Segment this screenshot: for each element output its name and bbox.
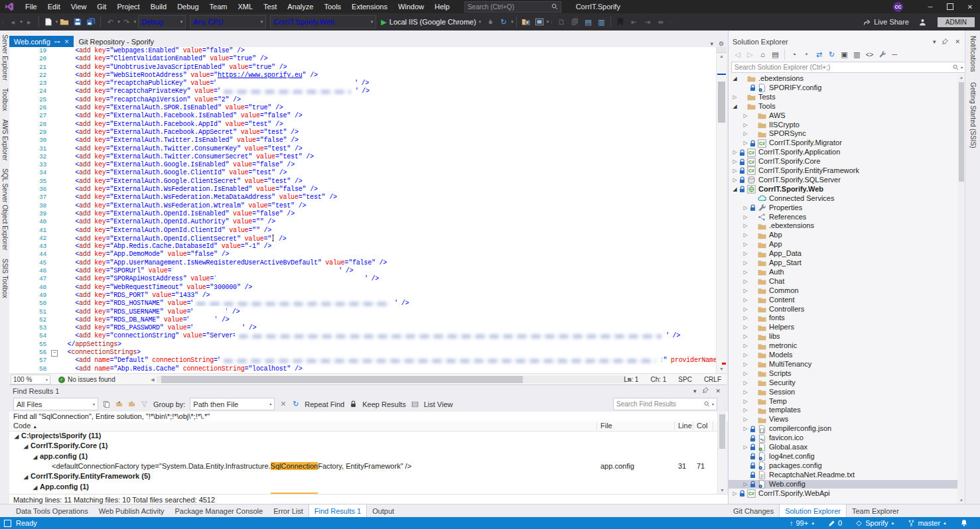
repeat-find-label[interactable]: Repeat Find (305, 400, 344, 408)
expand-expander-icon[interactable]: ▷ (742, 129, 749, 139)
find-result-group[interactable]: ◢app.config (1) (9, 451, 727, 461)
tree-item-corrit-sporify-webapi[interactable]: ▷C#CorrIT.Sporify.WebApi (729, 489, 961, 499)
paste-icon[interactable]: 🗐 (569, 16, 581, 28)
side-tab-notifications[interactable]: Notifications (967, 30, 979, 77)
solution-explorer-title-bar[interactable]: Solution Explorer ▾ ✕ (729, 36, 966, 47)
solution-explorer-search-box[interactable]: Search Solution Explorer (Ctrl+;) ▾ (731, 62, 966, 73)
menu-project[interactable]: Project (111, 0, 145, 13)
tree-item-libs[interactable]: ▷libs (729, 332, 961, 341)
tree-item-recaptchanet-readme-txt[interactable]: RecaptchaNet.Readme.txt (729, 471, 961, 480)
switch-views-icon[interactable]: ▤ (770, 49, 781, 60)
menu-extensions[interactable]: Extensions (346, 0, 393, 13)
browser-link-icon[interactable] (533, 16, 545, 28)
close-icon[interactable]: ✕ (955, 38, 960, 45)
collapse-all-icon[interactable]: ▣ (839, 49, 850, 60)
tree-item-models[interactable]: ▷Models (729, 351, 961, 360)
menu-window[interactable]: Window (393, 0, 429, 13)
results-scrollbar[interactable]: ▼ (717, 412, 727, 494)
expand-expander-icon[interactable]: ▷ (742, 121, 749, 130)
git-outgoing-commits[interactable]: ↑ 99+ ▲ (783, 517, 821, 529)
tree-item-templates[interactable]: ▷templates (729, 406, 961, 415)
find-results-list[interactable]: ◢C:\projects\Sporify (11)◢CorrIT.Sporify… (9, 431, 727, 494)
expand-expander-icon[interactable]: ▷ (742, 388, 749, 397)
collapse-all-icon[interactable] (126, 398, 137, 410)
tree-item-corrit-sporify-entityframework[interactable]: ▷C#CorrIT.Sporify.EntityFramework (729, 166, 961, 176)
menu-test[interactable]: Test (258, 0, 282, 13)
find-result-row[interactable]: <defaultConnectionFactory type="System.D… (9, 461, 727, 471)
solution-tree[interactable]: ◢.ebextensionsSPORIFY.config▷Tests◢Tools… (729, 74, 961, 504)
fold-collapse-box[interactable]: − (51, 350, 58, 357)
bottom-tab-package-manager-console[interactable]: Package Manager Console (169, 504, 268, 517)
expand-expander-icon[interactable]: ▷ (742, 213, 749, 222)
pending-changes-filter-icon[interactable]: ◔ (788, 49, 800, 60)
menu-edit[interactable]: Edit (42, 0, 66, 13)
expand-expander-icon[interactable]: ▷ (742, 424, 749, 434)
tree-item-corrit-sporify-migrator[interactable]: ▷C#CorrIT.Sporify.Migrator (729, 139, 961, 148)
menu-debug[interactable]: Debug (172, 0, 204, 13)
feedback-icon[interactable] (918, 18, 927, 27)
tree-item-helpers[interactable]: ▷Helpers (729, 323, 961, 332)
view-code-icon[interactable]: <> (864, 49, 875, 60)
navigate-forward-icon[interactable]: ▸ (23, 16, 35, 28)
document-tab-git-repository-sporify[interactable]: Git Repository - Sporify (74, 36, 159, 47)
column-header-file[interactable]: File (600, 421, 612, 431)
tree-item-scripts[interactable]: ▷Scripts (729, 369, 961, 379)
side-tab-getting-started-ssis-[interactable]: Getting Started (SSIS) (967, 77, 979, 154)
menu-view[interactable]: View (66, 0, 92, 13)
tree-item-metronic[interactable]: ▷metronic (729, 341, 961, 351)
comment-icon[interactable]: ▤ (582, 16, 594, 28)
tree-item-multitenancy[interactable]: ▷MultiTenancy (729, 360, 961, 369)
expand-expander-icon[interactable]: ▷ (742, 240, 749, 249)
forward-icon[interactable]: ▷ (744, 49, 756, 60)
tree-item-compilerconfig-json[interactable]: ▷{}compilerconfig.json (729, 424, 961, 434)
find-results-title-bar[interactable]: Find Results 1 ▾ ✕ (9, 385, 727, 396)
tree-item-tools[interactable]: ◢Tools (729, 102, 961, 111)
bottom-tab-find-results-1[interactable]: Find Results 1 (309, 504, 367, 517)
side-tab-sql-server-object-explorer[interactable]: SQL Server Object Explorer (1, 164, 9, 255)
tree-item-content[interactable]: ▷Content (729, 296, 961, 305)
find-result-group[interactable]: ◢C:\projects\Sporify (11) (9, 431, 727, 441)
expand-expander-icon[interactable]: ▷ (742, 259, 749, 268)
expand-expander-icon[interactable]: ▷ (742, 268, 749, 277)
git-repository-picker[interactable]: Sporify ▲ (849, 517, 901, 529)
tree-item-app-data[interactable]: ▷App_Data (729, 249, 961, 259)
explorer-tab-git-changes[interactable]: Git Changes (728, 504, 779, 517)
show-all-files-icon[interactable]: ▥ (851, 49, 863, 60)
unload-icon[interactable]: ─ (889, 49, 900, 60)
find-in-files-icon[interactable] (520, 16, 532, 28)
account-avatar[interactable]: CC (893, 2, 903, 12)
menu-analyze[interactable]: Analyze (282, 0, 318, 13)
undo-icon[interactable]: ↶ (104, 16, 116, 28)
tree-item-temp[interactable]: ▷Temp (729, 397, 961, 406)
tree-item-references[interactable]: ▷References (729, 213, 961, 222)
startup-project-dropdown[interactable]: CorrIT.Sporify.Web▾ (270, 15, 376, 29)
expand-expander-icon[interactable]: ▷ (742, 332, 749, 341)
tree-item-sporify-config[interactable]: SPORIFY.config (729, 84, 961, 93)
menu-team[interactable]: Team (204, 0, 233, 13)
save-icon[interactable] (72, 16, 84, 28)
expand-expander-icon[interactable]: ▷ (742, 139, 749, 148)
expand-all-icon[interactable] (113, 398, 125, 410)
tree-item-packages-config[interactable]: packages.config (729, 461, 961, 471)
menu-file[interactable]: File (20, 0, 42, 13)
tree-item-security[interactable]: ▷Security (729, 379, 961, 388)
expand-expander-icon[interactable]: ▷ (742, 341, 749, 351)
pin-icon[interactable]: ⊶ (54, 38, 60, 45)
collapse-expander-icon[interactable]: ◢ (33, 483, 40, 493)
tree-item-aws[interactable]: ▷AWS (729, 111, 961, 121)
expand-expander-icon[interactable]: ▷ (742, 397, 749, 406)
clear-icon[interactable]: ✕ (277, 398, 289, 410)
scroll-left-icon[interactable]: ◀ (149, 376, 156, 383)
column-header-col[interactable]: Col (697, 421, 708, 431)
hot-reload-icon[interactable] (484, 16, 496, 28)
side-tab-server-explorer[interactable]: Server Explorer (1, 30, 9, 84)
expand-expander-icon[interactable]: ▷ (742, 443, 749, 452)
expand-expander-icon[interactable]: ▷ (742, 406, 749, 415)
notifications-bell[interactable] (953, 517, 975, 529)
expand-expander-icon[interactable]: ▷ (742, 360, 749, 369)
tree-item-abp[interactable]: ▷Abp (729, 231, 961, 240)
tree-item-controllers[interactable]: ▷Controllers (729, 305, 961, 314)
git-branch-picker[interactable]: master ▲ (901, 517, 953, 529)
column-header-line[interactable]: Line (678, 421, 692, 431)
refresh-icon[interactable]: ↻ (826, 49, 837, 60)
